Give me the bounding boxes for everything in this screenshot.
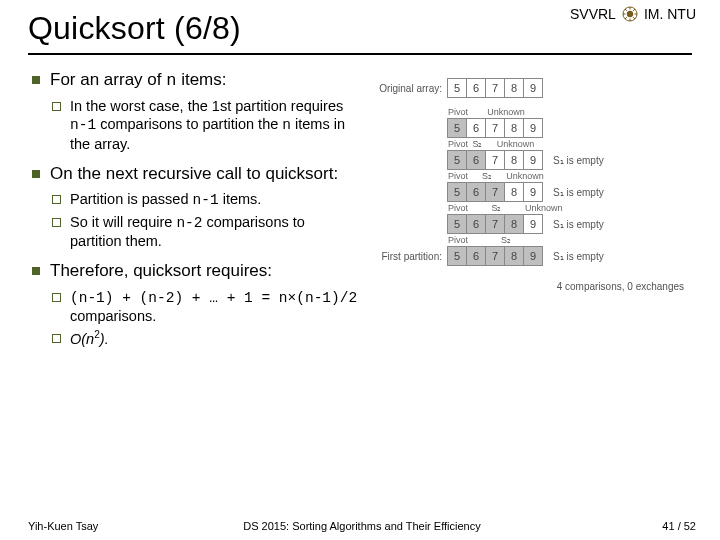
cell: 6 bbox=[466, 118, 486, 138]
quicksort-diagram: Original array: 56789 PivotUnknown56789P… bbox=[370, 69, 692, 292]
cell: 5 bbox=[447, 246, 467, 266]
row-right-label: S₁ is empty bbox=[553, 219, 604, 230]
t: comparisons to partition the bbox=[96, 116, 282, 132]
cell: 7 bbox=[485, 182, 505, 202]
bigO-var: n bbox=[86, 331, 94, 347]
bullet-text: Therefore, quicksort requires: bbox=[50, 261, 272, 280]
brand-right: IM. NTU bbox=[644, 6, 696, 22]
cell: 5 bbox=[447, 78, 467, 98]
cell: 7 bbox=[485, 118, 505, 138]
svg-line-6 bbox=[625, 9, 627, 11]
segment-labels: PivotS₂ bbox=[448, 235, 692, 245]
row-right-label: S₁ is empty bbox=[553, 187, 604, 198]
cell: 7 bbox=[485, 78, 505, 98]
sub-list: Partition is passed n-1 items. So it wil… bbox=[50, 190, 358, 250]
seg-label: Unknown bbox=[468, 107, 544, 117]
m: n-1 bbox=[70, 117, 96, 133]
cell: 8 bbox=[504, 214, 524, 234]
seg-label: Unknown bbox=[525, 203, 544, 213]
cell: 8 bbox=[504, 182, 524, 202]
cell: 8 bbox=[504, 246, 524, 266]
segment-labels: PivotS₂Unknown bbox=[448, 139, 692, 149]
diagram-row: 56789 bbox=[370, 117, 692, 139]
row-label: Original array: bbox=[370, 83, 442, 94]
pivot-label: Pivot bbox=[448, 235, 468, 245]
sub-item: In the worst case, the 1st partition req… bbox=[50, 97, 358, 152]
cells: 56789 bbox=[448, 182, 543, 202]
segment-labels: PivotUnknown bbox=[448, 107, 692, 117]
pivot-label: Pivot bbox=[448, 203, 468, 213]
t: items. bbox=[219, 191, 262, 207]
body: For an array of n items: In the worst ca… bbox=[28, 69, 692, 358]
diagram-row: First partition:56789S₁ is empty bbox=[370, 245, 692, 267]
cells: 56789 bbox=[448, 214, 543, 234]
page-current: 41 bbox=[662, 520, 674, 532]
cell: 7 bbox=[485, 214, 505, 234]
seg-label: S₂ bbox=[468, 171, 506, 181]
cell: 7 bbox=[485, 246, 505, 266]
diagram-row: 56789S₁ is empty bbox=[370, 149, 692, 171]
cell: 5 bbox=[447, 118, 467, 138]
t: So it will require bbox=[70, 214, 176, 230]
cell: 8 bbox=[504, 78, 524, 98]
seg-label: Unknown bbox=[506, 171, 544, 181]
sub-item: So it will require n-2 comparisons to pa… bbox=[50, 213, 358, 250]
sub-item: (n-1) + (n-2) + … + 1 = n×(n-1)/2 compar… bbox=[50, 288, 358, 325]
bullet-mono: n bbox=[166, 71, 176, 90]
cell: 6 bbox=[466, 150, 486, 170]
svg-line-7 bbox=[633, 17, 635, 19]
ntu-crest-icon bbox=[622, 6, 638, 22]
slide: SVVRL IM. NTU Quicksort (6/8) For an arr… bbox=[0, 0, 720, 540]
m: n-1 bbox=[193, 192, 219, 208]
pivot-label: Pivot bbox=[448, 139, 468, 149]
t: Partition is passed bbox=[70, 191, 193, 207]
sub-item: O(n2). bbox=[50, 329, 358, 348]
cell: 6 bbox=[466, 78, 486, 98]
diagram-row: 56789S₁ is empty bbox=[370, 181, 692, 203]
page-total: 52 bbox=[684, 520, 696, 532]
bullet-list: For an array of n items: In the worst ca… bbox=[28, 69, 358, 348]
cell: 6 bbox=[466, 214, 486, 234]
pivot-label: Pivot bbox=[448, 171, 468, 181]
t: comparisons. bbox=[70, 308, 156, 324]
cell: 8 bbox=[504, 118, 524, 138]
cell: 9 bbox=[523, 182, 543, 202]
t: In the worst case, the 1st partition req… bbox=[70, 98, 343, 114]
cell: 9 bbox=[523, 78, 543, 98]
svg-line-8 bbox=[633, 9, 635, 11]
bullet-item: For an array of n items: In the worst ca… bbox=[28, 69, 358, 153]
brand-block: SVVRL IM. NTU bbox=[570, 6, 696, 22]
diagram-row: 56789S₁ is empty bbox=[370, 213, 692, 235]
cells: 56789 bbox=[448, 78, 543, 98]
bullet-item: On the next recursive call to quicksort:… bbox=[28, 163, 358, 251]
cells: 56789 bbox=[448, 150, 543, 170]
cell: 9 bbox=[523, 150, 543, 170]
cell: 7 bbox=[485, 150, 505, 170]
seg-label: Unknown bbox=[487, 139, 544, 149]
m: n-2 bbox=[176, 215, 202, 231]
cells: 56789 bbox=[448, 118, 543, 138]
m: n bbox=[282, 117, 291, 133]
cell: 9 bbox=[523, 118, 543, 138]
footer-page: 41 / 52 bbox=[662, 520, 696, 532]
footer-course: DS 2015: Sorting Algorithms and Their Ef… bbox=[243, 520, 480, 532]
cell: 5 bbox=[447, 214, 467, 234]
diagram-caption: 4 comparisons, 0 exchanges bbox=[370, 281, 692, 292]
diagram-steps: PivotUnknown56789PivotS₂Unknown56789S₁ i… bbox=[370, 107, 692, 267]
seg-label: S₂ bbox=[468, 235, 544, 245]
row-label: First partition: bbox=[370, 251, 442, 262]
cells: 56789 bbox=[448, 246, 543, 266]
diagram-column: Original array: 56789 PivotUnknown56789P… bbox=[370, 69, 692, 358]
bullet-text: items: bbox=[176, 70, 226, 89]
bullet-text: For an array of bbox=[50, 70, 166, 89]
sub-list: (n-1) + (n-2) + … + 1 = n×(n-1)/2 compar… bbox=[50, 288, 358, 348]
cell: 5 bbox=[447, 150, 467, 170]
cell: 8 bbox=[504, 150, 524, 170]
cell: 9 bbox=[523, 246, 543, 266]
cell: 5 bbox=[447, 182, 467, 202]
segment-labels: PivotS₂Unknown bbox=[448, 171, 692, 181]
row-right-label: S₁ is empty bbox=[553, 155, 604, 166]
brand-left: SVVRL bbox=[570, 6, 616, 22]
content-column: For an array of n items: In the worst ca… bbox=[28, 69, 358, 358]
segment-labels: PivotS₂Unknown bbox=[448, 203, 692, 213]
